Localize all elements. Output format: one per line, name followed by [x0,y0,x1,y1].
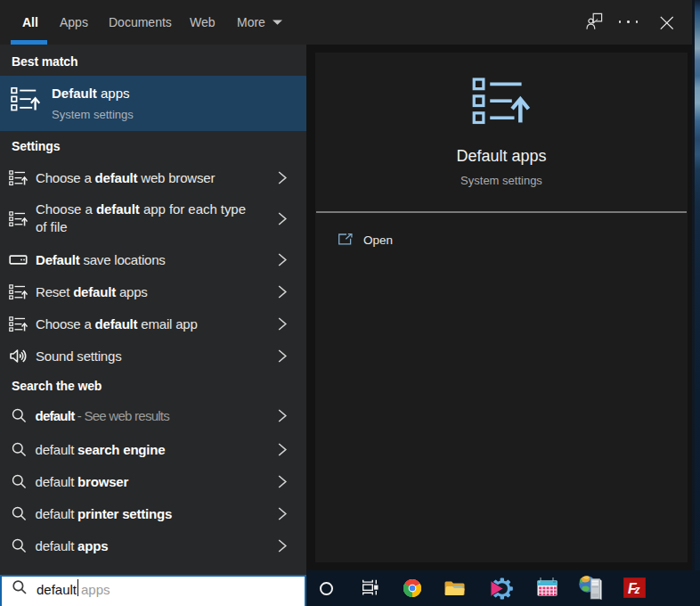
svg-text:z: z [634,584,640,596]
